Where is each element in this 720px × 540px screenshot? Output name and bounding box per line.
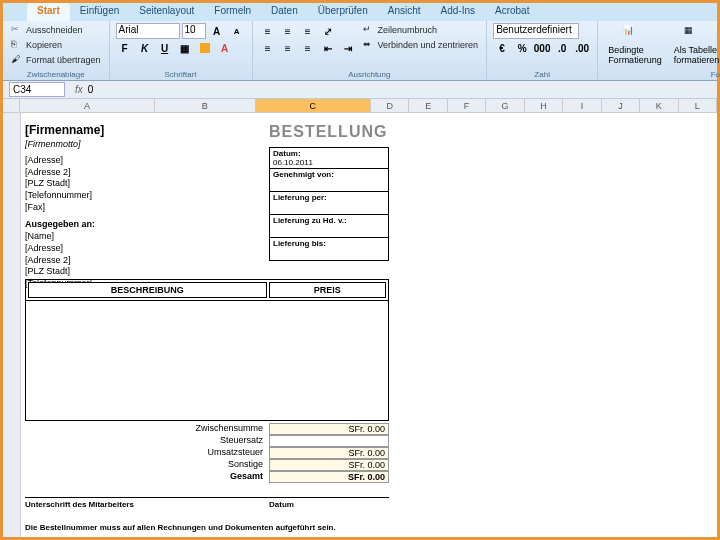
other-value: SFr. 0.00 bbox=[269, 459, 389, 471]
indent-dec-button[interactable]: ⇤ bbox=[319, 40, 337, 56]
fill-color-button[interactable] bbox=[196, 40, 214, 56]
orientation-button[interactable]: ⤢ bbox=[319, 23, 337, 39]
ribbon: ✂Ausschneiden ⎘Kopieren 🖌Format übertrag… bbox=[3, 21, 717, 81]
col-header-c[interactable]: C bbox=[256, 99, 371, 112]
merge-center-button[interactable]: ⬌Verbinden und zentrieren bbox=[361, 38, 481, 52]
signature-line: Unterschrift des Mitarbeiters Datum bbox=[25, 497, 389, 509]
cut-button[interactable]: ✂Ausschneiden bbox=[9, 23, 103, 37]
astable-label: Als Tabelle formatieren bbox=[674, 45, 720, 65]
font-family-select[interactable]: Arial bbox=[116, 23, 180, 39]
alignment-group-label: Ausrichtung bbox=[259, 70, 481, 80]
total-value: SFr. 0.00 bbox=[269, 471, 389, 483]
col-header-k[interactable]: K bbox=[640, 99, 678, 112]
merge-label: Verbinden und zentrieren bbox=[378, 40, 479, 50]
company-motto: [Firmenmotto] bbox=[25, 139, 165, 149]
align-center-button[interactable]: ≡ bbox=[279, 40, 297, 56]
comma-button[interactable]: 000 bbox=[533, 40, 551, 56]
grow-font-button[interactable]: A bbox=[208, 23, 226, 39]
tab-acrobat[interactable]: Acrobat bbox=[485, 3, 539, 21]
select-all-corner[interactable] bbox=[3, 99, 20, 112]
tab-insert[interactable]: Einfügen bbox=[70, 3, 129, 21]
tab-formulas[interactable]: Formeln bbox=[204, 3, 261, 21]
issued-line: [Adresse] bbox=[25, 243, 165, 255]
footer-note: Die Bestellnummer muss auf allen Rechnun… bbox=[25, 523, 336, 532]
wrap-text-button[interactable]: ↵Zeilenumbruch bbox=[361, 23, 481, 37]
align-left-button[interactable]: ≡ bbox=[259, 40, 277, 56]
copy-label: Kopieren bbox=[26, 40, 62, 50]
col-header-e[interactable]: E bbox=[409, 99, 447, 112]
subtotal-label: Zwischensumme bbox=[25, 423, 269, 435]
col-header-l[interactable]: L bbox=[679, 99, 717, 112]
brush-icon: 🖌 bbox=[11, 54, 23, 66]
copy-button[interactable]: ⎘Kopieren bbox=[9, 38, 103, 52]
formula-input[interactable] bbox=[87, 83, 717, 96]
bold-button[interactable]: F bbox=[116, 40, 134, 56]
tab-data[interactable]: Daten bbox=[261, 3, 308, 21]
format-painter-button[interactable]: 🖌Format übertragen bbox=[9, 53, 103, 67]
col-header-a[interactable]: A bbox=[20, 99, 154, 112]
tab-review[interactable]: Überprüfen bbox=[308, 3, 378, 21]
tab-page-layout[interactable]: Seitenlayout bbox=[129, 3, 204, 21]
increase-decimal-button[interactable]: .0 bbox=[553, 40, 571, 56]
tax-value: SFr. 0.00 bbox=[269, 447, 389, 459]
align-top-button[interactable]: ≡ bbox=[259, 23, 277, 39]
other-label: Sonstige bbox=[25, 459, 269, 471]
info-delivery-per-label: Lieferung per: bbox=[273, 193, 327, 202]
align-bottom-button[interactable]: ≡ bbox=[299, 23, 317, 39]
company-block: [Firmenname] [Firmenmotto] [Adresse] [Ad… bbox=[25, 123, 165, 290]
number-format-select[interactable]: Benutzerdefiniert bbox=[493, 23, 579, 39]
name-box[interactable]: C34 bbox=[9, 82, 65, 97]
italic-button[interactable]: K bbox=[136, 40, 154, 56]
addr-line: [Telefonnummer] bbox=[25, 190, 165, 202]
group-clipboard: ✂Ausschneiden ⎘Kopieren 🖌Format übertrag… bbox=[3, 21, 110, 80]
clipboard-group-label: Zwischenablage bbox=[9, 70, 103, 80]
currency-button[interactable]: € bbox=[493, 40, 511, 56]
align-right-button[interactable]: ≡ bbox=[299, 40, 317, 56]
issued-line: [Adresse 2] bbox=[25, 255, 165, 267]
shrink-font-button[interactable]: A bbox=[228, 23, 246, 39]
scissors-icon: ✂ bbox=[11, 24, 23, 36]
border-button[interactable]: ▦ bbox=[176, 40, 194, 56]
tax-label: Umsatzsteuer bbox=[25, 447, 269, 459]
totals-block: ZwischensummeSFr. 0.00 Steuersatz Umsatz… bbox=[25, 423, 389, 483]
fx-icon[interactable]: fx bbox=[75, 84, 83, 95]
items-body[interactable] bbox=[25, 295, 389, 421]
decrease-decimal-button[interactable]: .00 bbox=[573, 40, 591, 56]
taxrate-value bbox=[269, 435, 389, 447]
tab-view[interactable]: Ansicht bbox=[378, 3, 431, 21]
col-header-j[interactable]: J bbox=[602, 99, 640, 112]
col-header-b[interactable]: B bbox=[155, 99, 256, 112]
ribbon-tabs: Start Einfügen Seitenlayout Formeln Date… bbox=[3, 3, 717, 21]
percent-button[interactable]: % bbox=[513, 40, 531, 56]
font-color-button[interactable]: A bbox=[216, 40, 234, 56]
indent-inc-button[interactable]: ⇥ bbox=[339, 40, 357, 56]
col-header-d[interactable]: D bbox=[371, 99, 409, 112]
col-header-h[interactable]: H bbox=[525, 99, 563, 112]
conditional-format-button[interactable]: 📊 Bedingte Formatierung bbox=[604, 23, 666, 67]
underline-button[interactable]: U bbox=[156, 40, 174, 56]
align-middle-button[interactable]: ≡ bbox=[279, 23, 297, 39]
group-styles: 📊 Bedingte Formatierung ▦ Als Tabelle fo… bbox=[598, 21, 720, 80]
company-address: [Adresse] [Adresse 2] [PLZ Stadt] [Telef… bbox=[25, 155, 165, 213]
wrap-icon: ↵ bbox=[363, 24, 375, 36]
col-header-f[interactable]: F bbox=[448, 99, 486, 112]
addr-line: [PLZ Stadt] bbox=[25, 178, 165, 190]
group-font: Arial 10 A A F K U ▦ A Schriftart bbox=[110, 21, 253, 80]
row-headers[interactable] bbox=[3, 113, 21, 537]
addr-line: [Adresse] bbox=[25, 155, 165, 167]
col-header-g[interactable]: G bbox=[486, 99, 524, 112]
wrap-label: Zeilenumbruch bbox=[378, 25, 438, 35]
font-size-select[interactable]: 10 bbox=[182, 23, 206, 39]
info-attn-label: Lieferung zu Hd. v.: bbox=[273, 216, 347, 225]
issued-line: [PLZ Stadt] bbox=[25, 266, 165, 278]
paint-label: Format übertragen bbox=[26, 55, 101, 65]
addr-line: [Fax] bbox=[25, 202, 165, 214]
format-as-table-button[interactable]: ▦ Als Tabelle formatieren bbox=[670, 23, 720, 67]
info-deliver-by-label: Lieferung bis: bbox=[273, 239, 326, 248]
worksheet[interactable]: [Firmenname] [Firmenmotto] [Adresse] [Ad… bbox=[21, 113, 717, 537]
tab-start[interactable]: Start bbox=[27, 3, 70, 21]
col-header-i[interactable]: I bbox=[563, 99, 601, 112]
info-date-value: 06.10.2011 bbox=[273, 158, 313, 167]
tab-addins[interactable]: Add-Ins bbox=[431, 3, 485, 21]
signature-date-label: Datum bbox=[269, 500, 389, 509]
